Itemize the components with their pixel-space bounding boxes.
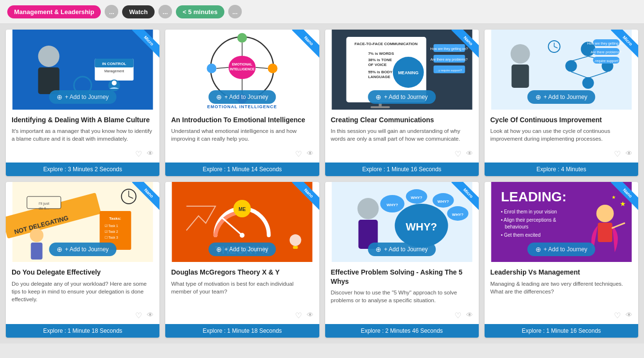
plus-icon: ⊕ (376, 245, 381, 253)
svg-point-48 (565, 60, 577, 72)
card-body: Creating Clear Communications In this se… (325, 110, 479, 146)
svg-text:7% is WORDS: 7% is WORDS (368, 51, 394, 56)
card-footer[interactable]: Explore : 1 Minute 14 Seconds (165, 163, 319, 176)
card-footer[interactable]: Explore : 2 Minutes 46 Seconds (325, 324, 479, 338)
add-journey-label: + Add to Journey (384, 94, 427, 100)
view-icon[interactable]: 👁 (307, 311, 314, 320)
add-journey-label: + Add to Journey (65, 246, 109, 253)
card-card-blame: IN CONTROL Management Micro ⊕ + Add to J… (6, 30, 159, 176)
badge-label: Nano (451, 30, 479, 58)
card-thumbnail: NOT DELEGATING I'll just do it... Tasks:… (6, 182, 159, 262)
card-thumbnail: EMOTIONAL INTELLIGENCE EMOTIONAL INTELLI… (165, 30, 319, 110)
card-actions: ♡ 👁 (6, 307, 159, 324)
favorite-icon[interactable]: ♡ (455, 149, 461, 159)
badge-label: Nano (611, 182, 638, 210)
card-description: Discover how to use the "5 Why" approach… (331, 289, 473, 304)
card-actions: ♡ 👁 (6, 146, 159, 163)
add-to-journey-button[interactable]: ⊕ + Add to Journey (368, 90, 435, 104)
card-actions: ♡ 👁 (325, 146, 479, 163)
svg-text:ME: ME (238, 207, 246, 212)
plus-icon: ⊕ (535, 93, 541, 101)
card-body: Identifying & Dealing With A Blame Cultu… (6, 110, 159, 146)
add-to-journey-button[interactable]: ⊕ + Add to Journey (49, 243, 116, 256)
favorite-icon[interactable]: ♡ (614, 311, 621, 320)
card-footer[interactable]: Explore : 1 Minute 16 Seconds (325, 163, 479, 176)
card-card-ci: How are they getting on? Are there probl… (485, 30, 638, 176)
badge-ribbon: Nano (450, 30, 479, 59)
add-journey-label: + Add to Journey (544, 94, 587, 100)
favorite-icon[interactable]: ♡ (295, 311, 302, 320)
badge-label: Micro (451, 182, 479, 210)
add-to-journey-button[interactable]: ⊕ + Add to Journey (49, 90, 116, 104)
view-icon[interactable]: 👁 (147, 311, 154, 320)
add-to-journey-button[interactable]: ⊕ + Add to Journey (208, 243, 276, 256)
view-icon[interactable]: 👁 (147, 149, 154, 159)
badge-ribbon: Nano (609, 182, 638, 211)
badge-label: Micro (611, 30, 638, 58)
card-actions: ♡ 👁 (165, 146, 319, 163)
card-footer[interactable]: Explore : 1 Minute 16 Seconds (485, 324, 638, 338)
svg-point-81 (240, 233, 245, 238)
filter-watch[interactable]: Watch (122, 5, 155, 18)
svg-text:...y require support?: ...y require support? (436, 69, 462, 72)
card-duration: 4 Minutes (561, 166, 586, 173)
card-description: What type of motivation is best for each… (171, 280, 313, 295)
favorite-icon[interactable]: ♡ (135, 149, 142, 159)
filter-bar: Management & Leadership ... Watch ... < … (0, 0, 644, 24)
add-to-journey-button[interactable]: ⊕ + Add to Journey (368, 243, 435, 256)
card-duration: 2 Minutes 46 Seconds (385, 327, 443, 334)
card-title: Douglas McGregors Theory X & Y (171, 268, 313, 277)
view-icon[interactable]: 👁 (466, 149, 473, 159)
card-body: Do You Delegate Effectively Do you deleg… (6, 262, 159, 307)
svg-text:EMOTIONAL INTELLIGENCE: EMOTIONAL INTELLIGENCE (207, 104, 277, 109)
explore-label: Explore : (203, 327, 225, 334)
favorite-icon[interactable]: ♡ (455, 311, 461, 320)
card-body: Douglas McGregors Theory X & Y What type… (165, 262, 319, 307)
card-footer[interactable]: Explore : 4 Minutes (485, 163, 638, 176)
card-footer[interactable]: Explore : 1 Minute 18 Seconds (6, 324, 159, 338)
view-icon[interactable]: 👁 (626, 149, 632, 159)
badge-ribbon: Micro (450, 182, 479, 211)
badge-label: Nano (132, 182, 160, 210)
add-to-journey-button[interactable]: ⊕ + Add to Journey (528, 90, 595, 104)
svg-point-16 (237, 33, 247, 43)
card-description: Do you delegate any of your workload? He… (12, 280, 154, 303)
svg-text:MEANING: MEANING (398, 70, 419, 75)
filter-less-5-min[interactable]: < 5 minutes (176, 5, 224, 18)
view-icon[interactable]: 👁 (626, 311, 632, 320)
add-journey-label: + Add to Journey (224, 246, 268, 253)
filter-more-2[interactable]: ... (158, 5, 172, 18)
svg-text:• Enrol them in your vision: • Enrol them in your vision (501, 209, 557, 214)
svg-text:☑ Task 1: ☑ Task 1 (105, 224, 118, 228)
add-to-journey-button[interactable]: ⊕ + Add to Journey (528, 243, 595, 256)
svg-text:EMOTIONAL: EMOTIONAL (232, 63, 253, 66)
card-thumbnail: IN CONTROL Management Micro ⊕ + Add to J… (6, 30, 159, 110)
filter-management-leadership[interactable]: Management & Leadership (7, 5, 101, 18)
favorite-icon[interactable]: ♡ (135, 311, 142, 320)
filter-more-1[interactable]: ... (105, 5, 118, 18)
svg-text:☐ Task 3: ☐ Task 3 (105, 236, 118, 239)
svg-text:WHY?: WHY? (406, 221, 437, 233)
svg-point-88 (357, 198, 378, 219)
card-footer[interactable]: Explore : 3 Minutes 2 Seconds (6, 163, 159, 176)
favorite-icon[interactable]: ♡ (295, 149, 302, 159)
add-to-journey-button[interactable]: ⊕ + Add to Journey (208, 90, 276, 104)
svg-point-10 (112, 81, 117, 85)
card-card-theory: ME THEORY X Nano ⊕ + Add to Journey Doug… (165, 182, 319, 338)
view-icon[interactable]: 👁 (307, 149, 314, 159)
card-description: Managing & leading are two very differen… (490, 280, 632, 295)
card-footer[interactable]: Explore : 1 Minute 18 Seconds (165, 324, 319, 338)
favorite-icon[interactable]: ♡ (614, 149, 621, 159)
plus-icon: ⊕ (535, 245, 541, 253)
card-title: Effective Problem Solving - Asking The 5… (331, 268, 473, 285)
card-title: Creating Clear Communications (331, 115, 473, 124)
card-thumbnail: WHY? WHY? WHY? WHY? WHY? Micro ⊕ + Add t… (325, 182, 479, 262)
view-icon[interactable]: 👁 (466, 311, 473, 320)
card-duration: 3 Minutes 2 Seconds (68, 166, 122, 173)
filter-more-3[interactable]: ... (228, 5, 242, 18)
card-title: Cycle Of Continuous Improvement (490, 115, 632, 124)
plus-icon: ⊕ (57, 245, 63, 253)
svg-text:LANGUAGE: LANGUAGE (368, 75, 390, 79)
svg-text:OF VOICE: OF VOICE (368, 63, 387, 67)
svg-text:WHY?: WHY? (452, 212, 463, 217)
